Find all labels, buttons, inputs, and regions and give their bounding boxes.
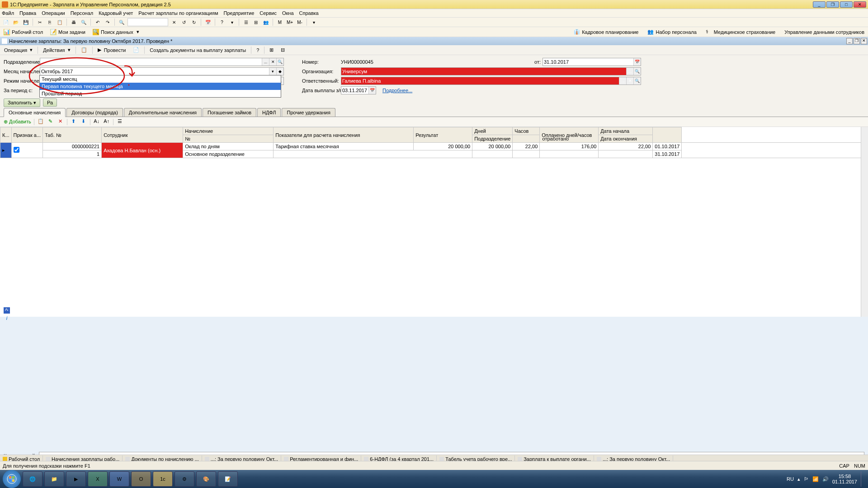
dept-select-icon[interactable]: ... [262, 58, 269, 66]
minimize-button[interactable]: _ [813, 1, 826, 8]
copy-icon[interactable]: ⎘ [46, 18, 54, 26]
struct-icon[interactable]: ⊞ [267, 46, 276, 54]
copy-row-icon[interactable]: 📋 [37, 118, 44, 126]
resp-open-icon[interactable]: 🔍 [633, 77, 641, 84]
struct2-icon[interactable]: ⊟ [278, 46, 287, 54]
mode-dropdown[interactable]: Текущий месяц Первая половина текущего м… [39, 75, 281, 98]
month-input[interactable] [40, 68, 269, 75]
month-spin-icon[interactable]: ◆ [276, 68, 283, 75]
recruitment-link[interactable]: 👥Набор персонала [646, 28, 698, 36]
down-icon[interactable]: ⬇ [80, 118, 87, 126]
edit-row-icon[interactable]: ✎ [47, 118, 54, 126]
create-payment-button[interactable]: Создать документы на выплату зарплаты [147, 47, 248, 54]
next-icon[interactable]: ↻ [190, 18, 198, 26]
paydate-cal-icon[interactable]: 📅 [368, 87, 376, 94]
from-input[interactable] [543, 58, 633, 66]
dept-clear-icon[interactable]: ✕ [269, 58, 276, 66]
help2-icon[interactable]: ? [254, 47, 261, 54]
col-sotr[interactable]: Сотрудник [102, 127, 183, 143]
menu-file[interactable]: Файл [2, 10, 14, 16]
tool-icon-1[interactable]: 📋 [79, 46, 90, 54]
task-media[interactable]: ▶ [66, 471, 86, 487]
resp-input[interactable] [341, 77, 619, 84]
dropdown-opt-firsthalf[interactable]: Первая половина текущего месяца [40, 83, 281, 90]
prev-icon[interactable]: ↺ [180, 18, 188, 26]
tab-main-accruals[interactable]: Основные начисления [4, 108, 66, 117]
col-pokaz[interactable]: Показатели для расчета начисления [274, 127, 414, 143]
tray-net-icon[interactable]: 📶 [812, 476, 819, 482]
side-info-icon[interactable]: i [4, 315, 10, 322]
restore-button[interactable]: ❐ [826, 1, 839, 8]
accruals-table[interactable]: К... Признак а... Таб. № Сотрудник Начис… [0, 127, 868, 158]
search-icon[interactable]: 🔍 [118, 18, 126, 26]
tab-deductions[interactable]: Прочие удержания [282, 108, 335, 117]
tool-icon-2[interactable]: 📄 [131, 46, 142, 54]
hr-planning-link[interactable]: 👔Кадровое планирование [572, 28, 640, 36]
maximize-button[interactable]: □ [840, 1, 853, 8]
menu-hr[interactable]: Кадровый учет [99, 10, 133, 16]
grid-scrollbar[interactable] [861, 127, 868, 317]
search-data-link[interactable]: 🔍Поиск данных ▾ [91, 28, 141, 36]
col-result[interactable]: Результат [414, 127, 472, 143]
tray-vol-icon[interactable]: 🔊 [822, 476, 829, 482]
cut-icon[interactable]: ✂ [36, 18, 44, 26]
operation-button[interactable]: Операция ▾ [2, 46, 35, 54]
undo-icon[interactable]: ↶ [94, 18, 102, 26]
preview-icon[interactable]: 🔍 [80, 18, 88, 26]
show-desktop[interactable] [861, 471, 865, 487]
task-paint[interactable]: 🎨 [196, 471, 216, 487]
col-hours[interactable]: Часов [513, 127, 540, 135]
row-checkbox[interactable] [14, 147, 19, 153]
dropdown-opt-current[interactable]: Текущий месяц [40, 75, 281, 83]
tab-additional[interactable]: Дополнительные начисления [124, 108, 202, 117]
delete-row-icon[interactable]: ✕ [57, 118, 64, 126]
fill-button[interactable]: Заполнить ▾ [4, 99, 40, 107]
tab-ndfl[interactable]: НДФЛ [257, 108, 281, 117]
menu-edit[interactable]: Правка [19, 10, 36, 16]
menu-service[interactable]: Сервис [259, 10, 277, 16]
tray-flag-icon[interactable]: 🏳 [804, 476, 809, 482]
task-ie[interactable]: 🌐 [23, 471, 42, 487]
task-app1[interactable]: ⚙ [175, 471, 194, 487]
insurance-link[interactable]: ⚕Медицинское страхование [704, 28, 777, 36]
conduct-button[interactable]: ▶ Провести [95, 46, 128, 54]
task-word[interactable]: W [109, 471, 129, 487]
save-icon[interactable]: 💾 [22, 18, 30, 26]
month-dropdown-icon[interactable]: ▾ [269, 68, 276, 75]
resp-clear-icon[interactable]: ✕ [626, 77, 633, 84]
misc-icon[interactable]: ▾ [310, 18, 318, 26]
tab-contracts[interactable]: Договоры (подряда) [66, 108, 123, 117]
new-icon[interactable]: 📄 [2, 18, 10, 26]
task-outlook[interactable]: O [131, 471, 151, 487]
clear-search-icon[interactable]: ✕ [170, 18, 178, 26]
menu-enterprise[interactable]: Предприятие [224, 10, 255, 16]
org-input[interactable] [341, 68, 626, 75]
open-icon[interactable]: 📂 [12, 18, 20, 26]
calendar-icon[interactable]: 📅 [204, 18, 212, 26]
paydate-input[interactable] [341, 87, 368, 94]
side-sum-icon[interactable]: Aᵢ [4, 307, 10, 314]
col-no[interactable]: № [183, 135, 274, 143]
print-icon[interactable]: 🖶 [70, 18, 78, 26]
m-icon[interactable]: M [276, 18, 284, 26]
col-days[interactable]: Дней [472, 127, 513, 135]
dropdown-opt-past[interactable]: Прошлый период [40, 90, 281, 97]
task-explorer[interactable]: 📁 [44, 471, 64, 487]
col-tabno[interactable]: Таб. № [43, 127, 102, 143]
columns-icon[interactable]: ☰ [116, 118, 123, 126]
menu-help[interactable]: Справка [299, 10, 319, 16]
menu-personnel[interactable]: Персонал [71, 10, 94, 16]
more-link[interactable]: Подробнее... [382, 88, 412, 93]
menu-windows[interactable]: Окна [282, 10, 294, 16]
menu-payroll[interactable]: Расчет зарплаты по организациям [138, 10, 218, 16]
col-dstart[interactable]: Дата начала [599, 127, 653, 135]
tray-up-icon[interactable]: ▴ [797, 476, 800, 482]
col-podr[interactable]: Подразделение [472, 135, 513, 143]
up-icon[interactable]: ⬆ [70, 118, 77, 126]
redo-icon[interactable]: ↷ [104, 18, 112, 26]
doc-min-icon[interactable]: _ [846, 38, 853, 44]
search-input[interactable] [127, 18, 168, 26]
dept-input[interactable] [40, 58, 262, 66]
col-nach[interactable]: Начисление [183, 127, 274, 135]
col-priznak[interactable]: Признак а... [11, 127, 43, 143]
